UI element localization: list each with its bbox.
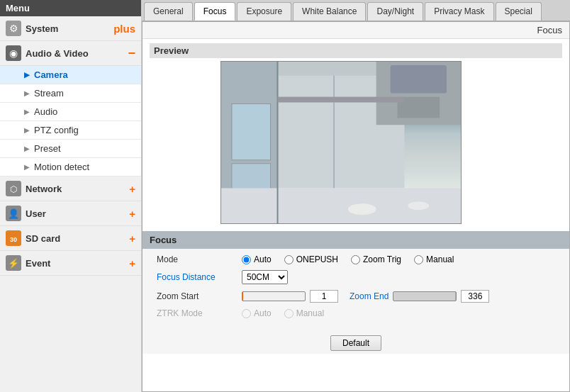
sidebar-item-audio-video[interactable]: Audio & Video − xyxy=(0,41,141,66)
mode-manual-radio[interactable] xyxy=(414,255,423,264)
network-label: Network xyxy=(26,184,62,194)
user-icon xyxy=(6,206,21,221)
system-label: System xyxy=(26,23,58,34)
focus-settings-panel: Focus Mode Auto ONEPUSH xyxy=(142,231,569,354)
ptz-config-label: PTZ config xyxy=(34,125,79,135)
audio-video-icon xyxy=(6,45,21,61)
zoom-start-slider[interactable] xyxy=(242,291,306,301)
sidebar-item-user[interactable]: User + xyxy=(0,201,141,226)
mode-radio-group: Auto ONEPUSH Zoom Trig Manual xyxy=(242,254,454,264)
ztrk-auto-option: Auto xyxy=(242,308,272,318)
system-expand-icon[interactable]: plus xyxy=(113,23,135,35)
mode-manual-option[interactable]: Manual xyxy=(414,254,454,264)
zoom-start-row: Zoom Start 1 Zoom End 336 xyxy=(157,290,555,303)
mode-zoom-trig-label: Zoom Trig xyxy=(363,254,401,264)
sidebar-item-network[interactable]: Network + xyxy=(0,177,141,201)
sidebar-item-motion-detect[interactable]: ▶ Motion detect xyxy=(0,158,141,177)
ztrk-manual-radio xyxy=(284,309,294,318)
mode-row: Mode Auto ONEPUSH Zoom Trig xyxy=(157,254,555,264)
zoom-start-label: Zoom Start xyxy=(157,291,242,301)
tab-general[interactable]: General xyxy=(144,2,193,21)
tab-exposure[interactable]: Exposure xyxy=(237,2,291,21)
preview-section: Preview xyxy=(142,39,569,231)
user-label: User xyxy=(26,208,46,219)
tab-white-balance[interactable]: White Balance xyxy=(293,2,366,21)
sidebar-item-camera[interactable]: ▶ Camera xyxy=(0,66,141,84)
preview-canvas xyxy=(221,62,461,223)
ztrk-auto-radio xyxy=(242,309,251,318)
svg-point-10 xyxy=(408,201,429,210)
camera-label: Camera xyxy=(34,69,68,80)
tab-bar: General Focus Exposure White Balance Day… xyxy=(142,0,570,21)
stream-label: Stream xyxy=(34,88,64,99)
motion-detect-label: Motion detect xyxy=(34,162,89,172)
sidebar-item-event[interactable]: Event + xyxy=(0,251,141,276)
sidebar-item-preset[interactable]: ▶ Preset xyxy=(0,140,141,158)
sdcard-expand-icon[interactable]: + xyxy=(129,233,135,245)
tab-day-night[interactable]: Day/Night xyxy=(367,2,423,21)
network-expand-icon[interactable]: + xyxy=(129,183,135,195)
preset-arrow-icon: ▶ xyxy=(24,145,30,152)
zoom-start-slider-container: 1 Zoom End 336 xyxy=(242,290,489,303)
audio-video-expand-icon[interactable]: − xyxy=(128,46,135,61)
stream-arrow-icon: ▶ xyxy=(24,89,30,97)
focus-page-title: Focus xyxy=(142,22,569,39)
zoom-end-label: Zoom End xyxy=(350,291,389,301)
ztrk-mode-radio-group: Auto Manual xyxy=(242,308,324,318)
focus-distance-select[interactable]: 10CM 20CM 30CM 50CM 100CM 150CM 200CM xyxy=(242,270,288,284)
audio-video-label: Audio & Video xyxy=(26,48,89,59)
mode-zoom-trig-radio[interactable] xyxy=(351,255,360,264)
svg-point-9 xyxy=(348,203,376,215)
zoom-end-slider[interactable] xyxy=(393,291,457,301)
mode-auto-option[interactable]: Auto xyxy=(242,254,272,264)
ztrk-auto-label: Auto xyxy=(254,308,272,318)
svg-rect-6 xyxy=(391,65,447,94)
focus-settings-header: Focus xyxy=(142,231,569,249)
sidebar-item-ptz-config[interactable]: ▶ PTZ config xyxy=(0,121,141,140)
tab-special[interactable]: Special xyxy=(496,2,542,21)
mode-auto-label: Auto xyxy=(254,254,272,264)
preset-label: Preset xyxy=(34,143,61,154)
tab-focus[interactable]: Focus xyxy=(194,2,236,21)
sidebar-item-stream[interactable]: ▶ Stream xyxy=(0,84,141,103)
svg-rect-2 xyxy=(232,103,271,159)
sdcard-label: SD card xyxy=(26,233,60,244)
audio-arrow-icon: ▶ xyxy=(24,108,30,116)
mode-onepush-radio[interactable] xyxy=(284,255,294,264)
audio-label: Audio xyxy=(34,106,57,117)
sidebar: Menu System plus Audio & Video − ▶ Camer… xyxy=(0,0,142,392)
focus-form: Mode Auto ONEPUSH Zoom Trig xyxy=(142,249,569,330)
button-row: Default xyxy=(142,330,569,354)
tab-content-focus: Focus Preview xyxy=(142,21,570,392)
sidebar-item-system[interactable]: System plus xyxy=(0,16,141,41)
sidebar-item-sdcard[interactable]: SD card + xyxy=(0,226,141,251)
mode-manual-label: Manual xyxy=(426,254,454,264)
mode-auto-radio[interactable] xyxy=(242,255,251,264)
main-content: General Focus Exposure White Balance Day… xyxy=(142,0,570,392)
gear-icon xyxy=(6,21,21,36)
preview-label: Preview xyxy=(150,43,562,58)
mode-zoom-trig-option[interactable]: Zoom Trig xyxy=(351,254,401,264)
event-expand-icon[interactable]: + xyxy=(129,257,135,269)
default-button[interactable]: Default xyxy=(330,335,381,351)
ztrk-manual-label: Manual xyxy=(296,308,324,318)
ptz-arrow-icon: ▶ xyxy=(24,126,30,134)
mode-onepush-label: ONEPUSH xyxy=(296,254,338,264)
event-label: Event xyxy=(26,258,50,269)
tab-privacy-mask[interactable]: Privacy Mask xyxy=(425,2,493,21)
mode-onepush-option[interactable]: ONEPUSH xyxy=(284,254,338,264)
ztrk-manual-option: Manual xyxy=(284,308,324,318)
user-expand-icon[interactable]: + xyxy=(129,208,135,220)
motion-detect-arrow-icon: ▶ xyxy=(24,163,30,171)
camera-arrow-icon: ▶ xyxy=(24,71,30,79)
preview-image xyxy=(220,61,462,224)
network-icon xyxy=(6,181,21,196)
sidebar-item-audio[interactable]: ▶ Audio xyxy=(0,103,141,121)
event-icon xyxy=(6,255,21,271)
zoom-end-value: 336 xyxy=(461,290,489,303)
svg-rect-13 xyxy=(278,97,405,103)
mode-label: Mode xyxy=(157,254,242,264)
focus-distance-row: Focus Distance 10CM 20CM 30CM 50CM 100CM… xyxy=(157,270,555,284)
ztrk-mode-label: ZTRK Mode xyxy=(157,308,242,318)
zoom-start-value: 1 xyxy=(310,290,338,303)
